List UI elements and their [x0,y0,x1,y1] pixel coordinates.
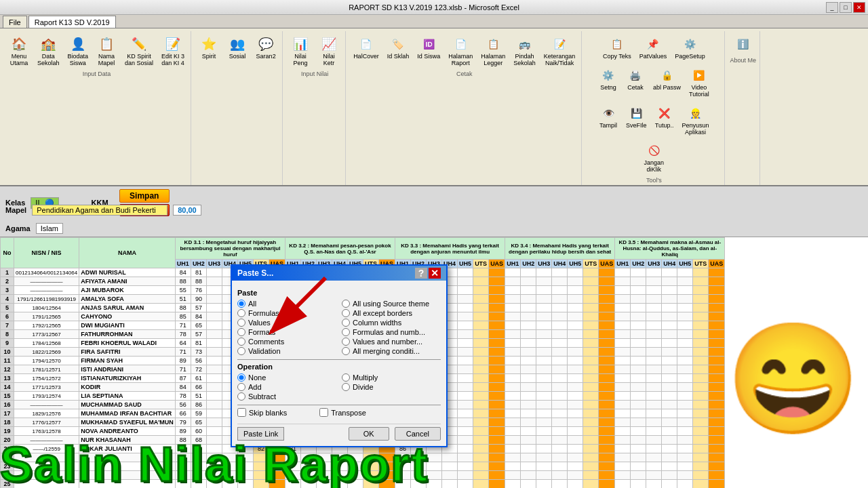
ribbon-btn-sosial[interactable]: 👥 Sosial [224,33,251,62]
paste-link-button[interactable]: Paste Link [237,427,284,441]
paste-all-option[interactable]: All [237,300,336,308]
paste-validation-option[interactable]: Validation [237,347,336,355]
transpose-item[interactable]: Transpose [319,408,366,417]
ribbon-btn-biodata[interactable]: 👤 BiodataSiswa [64,33,92,69]
spirit-icon: ⭐ [199,35,218,54]
checkbox-columns: Skip blanks Transpose [237,408,441,418]
kd35-uh3: UH3 [646,260,662,268]
paste-formulas-num-radio[interactable] [342,328,350,336]
paste-values-num-option[interactable]: Values and number... [342,338,441,346]
ribbon-group-home: 🏠 MenuUtama 🏫 DataSekolah 👤 BiodataSiswa… [3,31,191,185]
ribbon-btn-hal-legger[interactable]: 📋 HalamanLegger [477,33,509,69]
ok-cancel-group: OK Cancel [349,427,441,441]
ribbon-btn-halcover[interactable]: 📄 HalCover [350,33,382,69]
ribbon-btn-copy-teks[interactable]: 📋 Copy Teks [599,33,635,62]
window-controls[interactable]: _ □ ✕ [826,2,865,13]
paste-all-radio[interactable] [237,300,245,308]
ribbon-btn-pagesetup[interactable]: ⚙️ PageSetup [671,33,709,62]
ribbon-btn-menu[interactable]: 🏠 MenuUtama [5,33,33,69]
ribbon-btn-id-sklah[interactable]: 🏷️ Id Sklah [384,33,413,69]
paste-formulas-option[interactable]: Formulas [237,309,336,317]
ribbon-btn-video[interactable]: ▶️ VideoTutorial [686,64,713,100]
op-none-radio[interactable] [237,373,245,382]
ribbon-btn-hal-raport[interactable]: 📄 HalamanRaport [445,33,476,69]
op-add-radio[interactable] [237,383,245,391]
ribbon-btn-passw[interactable]: 🔒 abl Passw [650,64,684,100]
paste-formulas-radio[interactable] [237,309,245,317]
paste-values-radio[interactable] [237,319,245,327]
paste-merging-option[interactable]: All merging conditi... [342,347,441,355]
skip-blanks-checkbox[interactable] [237,408,246,417]
ribbon-btn-kd-spirit[interactable]: ✏️ KD Spiritdan Sosial [121,33,157,69]
paste-except-option[interactable]: All except borders [342,309,441,317]
ribbon-btn-nama-mapel[interactable]: 📋 NamaMapel [93,33,120,69]
tab-raport[interactable]: Raport K13 SD V.2019 [28,16,116,28]
ribbon-btn-keterangan[interactable]: 📝 KeteranganNaik/Tidak [540,33,579,69]
ribbon-btn-cetak[interactable]: 🖨️ Cetak [623,64,648,100]
paste-validation-label: Validation [248,347,281,355]
ribbon-btn-pindah-sekolah[interactable]: 🚌 PindahSekolah [510,33,539,69]
hal-raport-icon: 📄 [451,35,470,54]
op-divide-option[interactable]: Divide [342,383,441,391]
paste-formulas-num-option[interactable]: Formulas and numb... [342,328,441,336]
ribbon-btn-penyusun[interactable]: 👷 PenyusunAplikasi [679,102,713,138]
agama-label: Agama [5,224,31,232]
ribbon-btn-edit-ki[interactable]: 📝 Edit KI 3dan KI 4 [158,33,188,69]
paste-colwidth-radio[interactable] [342,319,350,327]
maximize-btn[interactable]: □ [840,2,852,13]
skip-blanks-item[interactable]: Skip blanks [237,408,287,417]
paste-validation-radio[interactable] [237,347,245,355]
simpan-button[interactable]: Simpan [119,189,170,203]
op-subtract-radio[interactable] [237,392,245,401]
table-row: 24 [1,471,725,480]
ribbon-btn-spirit[interactable]: ⭐ Spirit [195,33,222,62]
paste-comments-radio[interactable] [237,338,245,346]
op-multiply-option[interactable]: Multiply [342,373,441,382]
ribbon-btn-nilai-peng[interactable]: 📊 NilaiPeng [287,33,314,69]
op-divide-radio[interactable] [342,383,350,391]
ribbon-btn-patvalues[interactable]: 📌 PatValues [636,33,670,62]
passw-label: abl Passw [653,85,681,92]
paste-special-dialog: Paste S... ? ✕ Paste All [231,264,448,447]
kd34-header: KD 3.4 : Memahami Hadis yang terkait den… [505,238,615,260]
paste-colwidth-option[interactable]: Column widths [342,319,441,327]
paste-values-num-radio[interactable] [342,338,350,346]
op-subtract-option[interactable]: Subtract [237,392,336,401]
cancel-button[interactable]: Cancel [395,427,441,441]
kd31-uh1: UH1 [175,260,191,268]
ribbon-btn-aboutme[interactable]: ℹ️ [730,33,757,56]
op-none-option[interactable]: None [237,373,336,382]
dialog-close-btn[interactable]: ✕ [429,268,441,279]
table-row: 22 [1,453,725,462]
paste-source-radio[interactable] [342,300,350,308]
ribbon-btn-data-sekolah[interactable]: 🏫 DataSekolah [34,33,63,69]
minimize-btn[interactable]: _ [826,2,838,13]
tab-file[interactable]: File [3,16,27,28]
ribbon-btn-id-siswa[interactable]: 🆔 Id Siswa [414,33,443,69]
paste-comments-option[interactable]: Comments [237,338,336,346]
menu-icon: 🏠 [9,35,28,54]
ribbon-btn-saran[interactable]: 💬 Saran2 [252,33,279,62]
mapel-value: Pendidikan Agama dan Budi Pekerti [32,205,167,216]
dialog-help-btn[interactable]: ? [415,268,427,279]
paste-except-radio[interactable] [342,309,350,317]
transpose-checkbox[interactable] [319,408,328,417]
close-btn[interactable]: ✕ [853,2,865,13]
ribbon-btn-svefile[interactable]: 💾 SveFIle [623,102,650,138]
ribbon-btn-setng[interactable]: ⚙️ Setng [595,64,621,100]
paste-formats-radio[interactable] [237,328,245,336]
paste-merging-radio[interactable] [342,347,350,355]
op-multiply-radio[interactable] [342,373,350,382]
ribbon-btn-tutup[interactable]: ❌ Tutup.. [652,102,677,138]
ok-button[interactable]: OK [349,427,389,441]
ribbon-btn-tampil[interactable]: 👁️ Tampil [595,102,621,138]
ribbon-btn-jangan[interactable]: 🚫 JangandiKlik [641,139,668,176]
sosial-icon: 👥 [228,35,247,54]
halcover-icon: 📄 [357,35,376,54]
paste-source-option[interactable]: All using Source theme [342,300,441,308]
op-add-option[interactable]: Add [237,383,336,391]
ribbon-btn-nilai-ketr[interactable]: 📈 NilaiKetr [315,33,342,69]
paste-formats-option[interactable]: Formats [237,328,336,336]
kd33-uh5: UH5 [458,260,473,268]
paste-values-option[interactable]: Values [237,319,336,327]
